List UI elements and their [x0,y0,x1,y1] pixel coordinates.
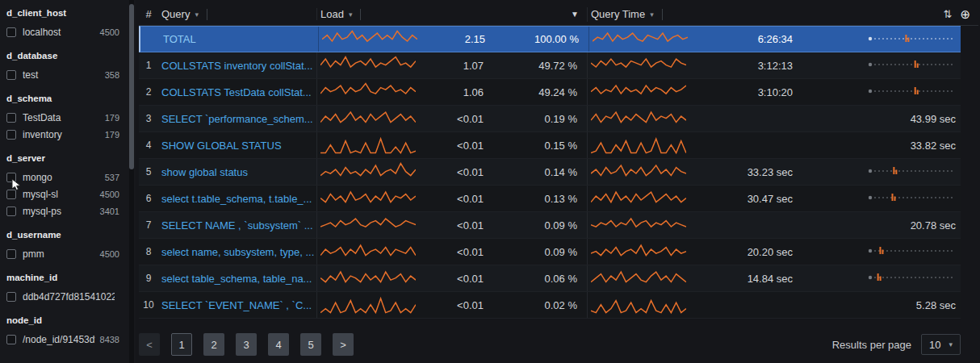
page-button-2[interactable]: 2 [203,333,224,356]
checkbox-unchecked[interactable] [6,70,16,80]
filter-item-localhost[interactable]: localhost4500 [6,23,119,40]
col-header-query-time[interactable]: Query Time ▾ ⇅ ⊕ [587,7,978,22]
query-link[interactable]: SELECT `EVENT_NAME` , `C... [161,299,316,311]
load-sparkline [320,294,416,315]
sort-desc-icon[interactable]: ▼ [571,10,587,19]
header-separator [360,9,361,20]
col-header-load[interactable]: Load ▾ ▼ [316,8,587,20]
checkbox-unchecked[interactable] [6,130,16,140]
next-page-button[interactable]: > [333,333,354,356]
query-cell: SELECT NAME , `subsystem` ... [158,219,316,232]
col-header-rank: # [139,8,158,20]
load-cell: <0.010.09 % [316,212,587,238]
filter-item-label: test [23,69,100,81]
checkbox-unchecked[interactable] [6,113,16,123]
sorter-icon[interactable]: ⇅ [944,8,953,20]
load-sparkline [320,188,416,209]
filter-item-mongo[interactable]: mongo537 [6,169,119,186]
checkbox-unchecked[interactable] [6,27,16,37]
filter-item-label: mysql-ps [23,206,95,217]
query-cell: SHOW GLOBAL STATUS [158,140,316,152]
filter-item-test[interactable]: test358 [6,66,119,83]
page-button-3[interactable]: 3 [236,333,257,356]
filter-item-inventory[interactable]: inventory179 [6,126,119,143]
row-rank: 8 [139,239,158,265]
add-column-icon[interactable]: ⊕ [960,7,970,22]
query-time-sparkline [591,241,686,262]
checkbox-unchecked[interactable] [6,249,16,259]
load-sparkline [320,135,416,156]
query-row-3[interactable]: 3SELECT `performance_schem...<0.010.19 %… [139,106,961,132]
filter-item-node-id-91453df0[interactable]: /node_id/91453df0-8438 [6,331,119,348]
checkbox-unchecked[interactable] [6,207,16,216]
col-header-query-label: Query [161,8,190,20]
query-link[interactable]: show global status [161,166,316,178]
checkbox-unchecked[interactable] [6,335,16,344]
filter-item-pmm[interactable]: pmm4500 [6,245,119,262]
filter-item-count: 8438 [100,335,119,344]
query-link[interactable]: COLLSTATS inventory collStat... [161,60,316,72]
query-link[interactable]: select t.table_schema, t.table_... [161,193,316,205]
query-link[interactable]: select table_schema, table_na... [161,273,316,285]
query-row-9[interactable]: 9select table_schema, table_na...<0.010.… [139,265,961,292]
filter-item-label: /node_id/91453df0- [23,334,95,345]
load-value: <0.01 [416,193,490,205]
chevron-down-icon[interactable]: ▾ [349,10,353,19]
query-row-2[interactable]: 2COLLSTATS TestData collStat...1.0649.24… [139,79,961,106]
results-per-page-select[interactable]: 10 ▾ [921,334,961,355]
query-link[interactable]: SELECT NAME , `subsystem` ... [161,219,316,232]
query-row-4[interactable]: 4SHOW GLOBAL STATUS<0.010.15 %33.82 sec [139,132,961,159]
total-row[interactable]: TOTAL2.15100.00 %6:26:34 [139,26,961,52]
filter-section-title: d_username [6,230,119,240]
filter-item-ddb4d727fd815410225e[interactable]: ddb4d727fd815410225e [6,288,119,305]
load-value: 1.06 [416,86,490,98]
query-time-sparkline [591,161,686,182]
query-row-7[interactable]: 7SELECT NAME , `subsystem` ...<0.010.09 … [139,212,961,239]
load-cell: 2.15100.00 % [318,27,588,52]
results-per-page: Results per page 10 ▾ [832,334,961,355]
query-link[interactable]: COLLSTATS TestData collStat... [161,86,316,98]
query-time-value: 20.78 sec [686,219,956,232]
query-time-value: 14.84 sec [686,273,793,285]
query-time-cell: 33.23 sec [587,159,961,185]
row-rank: 9 [139,265,158,291]
filter-item-mysql-sl[interactable]: mysql-sl4500 [6,186,119,202]
filter-item-label: localhost [23,27,95,38]
query-row-5[interactable]: 5show global status<0.010.14 %33.23 sec [139,159,961,186]
latency-range-chart [867,58,956,73]
load-cell: <0.010.15 % [316,132,587,158]
col-header-query[interactable]: Query ▾ [158,8,316,20]
filter-item-mysql-ps[interactable]: mysql-ps3401 [6,202,119,219]
load-value: <0.01 [416,113,490,125]
page-button-1[interactable]: 1 [171,333,192,356]
latency-range-chart [867,271,956,286]
col-header-rank-label: # [145,8,151,20]
query-time-value: 20.20 sec [686,246,793,258]
checkbox-unchecked[interactable] [6,292,16,302]
page-button-4[interactable]: 4 [268,333,289,356]
query-link[interactable]: TOTAL [163,33,318,45]
filter-item-count: 179 [105,113,119,123]
filter-section-title: d_client_host [6,8,119,18]
page-button-5[interactable]: 5 [300,333,321,356]
query-row-10[interactable]: 10SELECT `EVENT_NAME` , `C...<0.010.02 %… [139,292,961,319]
query-row-8[interactable]: 8select name, subsystem, type, ...<0.010… [139,239,961,265]
latency-range-chart [867,191,956,206]
query-link[interactable]: SHOW GLOBAL STATUS [161,140,316,152]
row-rank: 4 [139,132,158,158]
query-row-1[interactable]: 1COLLSTATS inventory collStat...1.0749.7… [139,52,961,79]
load-sparkline [320,55,416,76]
filter-item-testdata[interactable]: TestData179 [6,109,119,126]
header-separator [207,9,207,20]
sidebar-scrollbar-thumb[interactable] [129,4,134,169]
chevron-down-icon[interactable]: ▾ [195,10,199,19]
filter-item-count: 4500 [100,190,119,199]
load-percent: 0.13 % [490,193,587,205]
prev-page-button[interactable]: < [139,333,160,356]
chevron-down-icon[interactable]: ▾ [650,10,654,19]
query-link[interactable]: select name, subsystem, type, ... [161,246,316,258]
query-cell: select table_schema, table_na... [158,273,316,285]
query-link[interactable]: SELECT `performance_schem... [161,113,316,125]
load-sparkline [322,29,417,50]
query-row-6[interactable]: 6select t.table_schema, t.table_...<0.01… [139,186,961,212]
